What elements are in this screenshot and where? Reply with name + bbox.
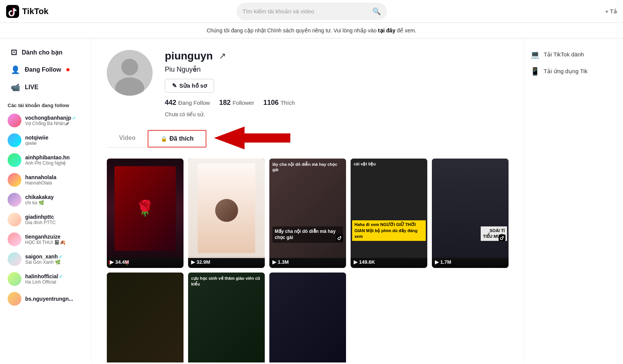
video-card-6[interactable] (107, 273, 184, 362)
search-bar: 🔍 (237, 3, 387, 20)
tab-video[interactable]: Video (107, 130, 148, 147)
svg-rect-6 (499, 234, 505, 241)
avatar-bs (8, 292, 21, 306)
follow-icon: 👤 (11, 65, 20, 74)
video-views-1: ▶34.4M (110, 259, 180, 265)
live-icon: 📹 (11, 83, 20, 92)
video-card-2[interactable]: ▶32.9M #지수 눈빛이 싹 변했지 ... (188, 159, 265, 268)
display-saigon: Sài Gòn Xanh 🌿 (25, 260, 63, 265)
display-vochong: Vợ Chồng Bà Nhân🌶 (25, 121, 76, 126)
stat-likes[interactable]: 1106 Thích (263, 99, 295, 107)
lock-icon: 🔒 (161, 136, 167, 142)
verified-badge: ✓ (72, 115, 76, 121)
annotation-arrow (214, 127, 290, 151)
profile-header: piunguyn ↗ Piu Nguyễn ✎ Sửa hồ sơ 442 Đa… (107, 50, 509, 117)
video-views-2: ▶32.9M (191, 259, 262, 265)
stat-following[interactable]: 442 Đang Follow (165, 99, 210, 107)
search-icon[interactable]: 🔍 (372, 7, 381, 16)
display-hannah: HannahOlala (25, 180, 56, 186)
tiktok-logo[interactable]: TikTok (6, 5, 48, 18)
display-anh: Anh Phi Công Nghệ (25, 160, 70, 166)
profile-avatar (107, 50, 153, 96)
profile-stats: 442 Đang Follow 182 Follower 1106 Thích (165, 99, 509, 107)
profile-info: piunguyn ↗ Piu Nguyễn ✎ Sửa hồ sơ 442 Đa… (165, 50, 509, 117)
profile-username: piunguyn (165, 50, 213, 62)
svg-marker-4 (214, 127, 290, 149)
main-content: piunguyn ↗ Piu Nguyễn ✎ Sửa hồ sơ 442 Đa… (92, 38, 524, 362)
profile-bio: Chưa có tiểu sử. (165, 111, 509, 117)
account-item-saigon[interactable]: saigon_xanh✓ Sài Gòn Xanh 🌿 (0, 249, 91, 269)
video-overlay-text-7: cựu học sinh về thăm giáo viên cũ kiểu (191, 276, 262, 287)
account-item-bs[interactable]: bs.nguyentrungn... (0, 289, 91, 309)
account-item-notq[interactable]: notqiwiie qiwiie (0, 130, 91, 150)
follow-notification-dot (66, 68, 69, 71)
account-item-halink[interactable]: halinhofficial✓ Ha Linh Official (0, 269, 91, 289)
sidebar-label-follow: Đang Follow (25, 66, 61, 73)
sidebar: ⊡ Dành cho bạn 👤 Đang Follow 📹 LIVE Các … (0, 38, 92, 362)
verified-badge-saigon: ✓ (59, 254, 63, 260)
privacy-link[interactable]: tại đây (378, 27, 396, 34)
display-halink: Ha Linh Official (25, 279, 63, 285)
svg-point-2 (121, 59, 138, 75)
username-giadinh: giadinhpttc (25, 214, 56, 220)
profile-display-name: Piu Nguyễn (165, 65, 509, 74)
search-input[interactable] (243, 8, 372, 14)
account-item-hannah[interactable]: hannaholala HannahOlala (0, 170, 91, 190)
account-item-tienganh[interactable]: tienganhzuize HỌC ĐI THUI 📓🍂 (0, 229, 91, 249)
username-hannah: hannaholala (25, 174, 56, 180)
username-halink: halinhofficial✓ (25, 273, 63, 279)
privacy-text: Chúng tôi đang cập nhật Chính sách quyền… (207, 27, 377, 34)
verified-badge-halink: ✓ (59, 274, 63, 279)
likes-count: 1106 (263, 99, 278, 107)
video-views-5: ▶1.7M (435, 259, 505, 265)
video-card-1[interactable]: 🌹 ▶34.4M 🌹 and 🌹 (107, 159, 184, 268)
share-button[interactable]: ↗ (219, 51, 226, 61)
privacy-banner: Chúng tôi đang cập nhật Chính sách quyền… (0, 23, 623, 38)
video-card-4[interactable]: cái vật liệu Haha đi xem NGƯỜI GIỮ THỜI … (351, 159, 427, 268)
tiktok-logo-5 (499, 234, 505, 243)
avatar-notq (8, 133, 21, 147)
username-anh: ainhphibantao.hn (25, 154, 70, 160)
tabs: Video 🔒 Đã thích (107, 130, 206, 148)
stat-followers[interactable]: 182 Follower (219, 99, 254, 107)
logo-text: TikTok (22, 6, 48, 16)
video-card-3[interactable]: lây cha nội dô diễn mà hay chọc gái Mấy … (269, 159, 346, 268)
upload-button[interactable]: + Tả (605, 8, 617, 15)
mobile-icon: 📱 (530, 67, 540, 76)
right-panel: 💻 Tải TikTok dành 📱 Tải ứng dụng Tik (524, 38, 623, 362)
sidebar-item-live[interactable]: 📹 LIVE (3, 79, 88, 96)
sidebar-item-dang-follow[interactable]: 👤 Đang Follow (3, 61, 88, 78)
video-overlay-text-3: lây cha nội dô diễn mà hay chọc gái (272, 162, 343, 173)
account-item-vochong[interactable]: vochongbanhanjp✓ Vợ Chồng Bà Nhân🌶 (0, 111, 91, 130)
sidebar-label-danh: Dành cho bạn (22, 49, 63, 56)
video-card-8[interactable] (269, 273, 346, 362)
video-grid: 🌹 ▶34.4M 🌹 and 🌹 (107, 159, 509, 268)
display-giadinh: Gia đình PTTC (25, 220, 56, 225)
avatar-halink (8, 272, 21, 286)
display-chika: chi ka 🌿 (25, 200, 54, 205)
svg-rect-5 (336, 234, 343, 241)
nav-right: + Tả (605, 8, 617, 15)
video-views-3: ▶1.3M (272, 259, 343, 265)
sidebar-item-danh-cho-ban[interactable]: ⊡ Dành cho bạn (3, 44, 88, 61)
username-chika: chikakakay (25, 194, 54, 200)
likes-label: Thích (280, 99, 295, 106)
username-saigon: saigon_xanh✓ (25, 253, 63, 260)
download-mobile[interactable]: 📱 Tải ứng dụng Tik (530, 63, 617, 80)
video-top-text-4: cái vật liệu (354, 162, 424, 167)
avatar-anh (8, 153, 21, 167)
tab-liked[interactable]: 🔒 Đã thích (148, 130, 206, 148)
avatar-saigon (8, 252, 21, 266)
account-item-anh[interactable]: ainhphibantao.hn Anh Phi Công Nghệ (0, 150, 91, 170)
username-notq: notqiwiie (25, 135, 48, 141)
video-card-7[interactable]: cựu học sinh về thăm giáo viên cũ kiểu (188, 273, 265, 362)
account-item-chika[interactable]: chikakakay chi ka 🌿 (0, 190, 91, 210)
video-card-5[interactable]: SOÁI TÌTIỂU MUỘI ▶1.7M Giá (432, 159, 509, 268)
avatar-giadinh (8, 213, 21, 226)
home-icon: ⊡ (11, 48, 17, 57)
download-desktop[interactable]: 💻 Tải TikTok dành (530, 46, 617, 63)
main-layout: ⊡ Dành cho bạn 👤 Đang Follow 📹 LIVE Các … (0, 38, 623, 362)
account-item-giadinh[interactable]: giadinhpttc Gia đình PTTC (0, 210, 91, 229)
tiktok-logo-3 (336, 234, 343, 243)
edit-profile-button[interactable]: ✎ Sửa hồ sơ (165, 79, 214, 93)
